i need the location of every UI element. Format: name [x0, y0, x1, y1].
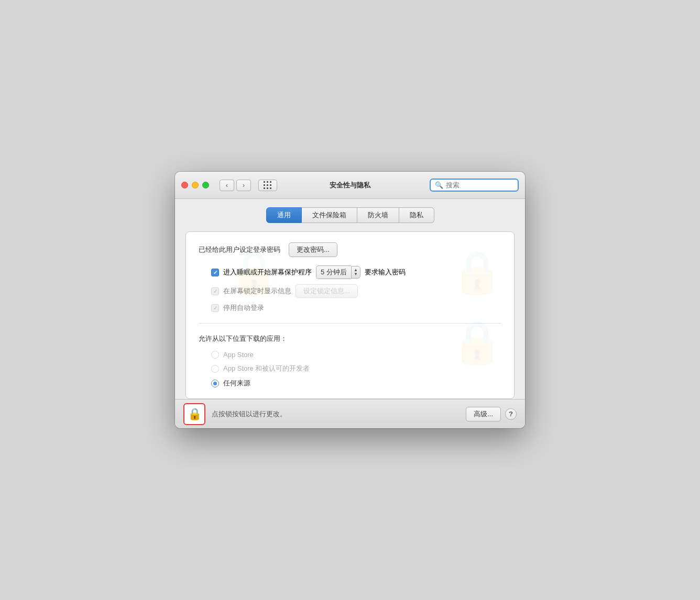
main-content: 通用 文件保险箱 防火墙 隐私 🔒 🔒 🔒 已经给此用户设定登录密码 更改密码.…	[175, 199, 525, 399]
radio-appstore[interactable]	[211, 351, 219, 359]
radio-anywhere-label: 任何来源	[223, 379, 250, 388]
radio-appstore-dev[interactable]	[211, 365, 219, 373]
search-icon: 🔍	[435, 181, 443, 189]
show-message-label: 在屏幕锁定时显示信息	[223, 286, 291, 296]
tab-firewall[interactable]: 防火墙	[357, 207, 399, 223]
change-password-button[interactable]: 更改密码...	[289, 242, 337, 257]
sleep-checkbox-row: 进入睡眠或开始屏幕保护程序 5 分钟后 ▲ ▼ 要求输入密码	[211, 265, 501, 279]
lock-icon: 🔒	[188, 408, 202, 420]
window-title: 安全性与隐私	[330, 181, 370, 190]
radio-appstore-label: App Store	[223, 351, 254, 359]
bottom-bar: 🔒 点按锁按钮以进行更改。 高级... ?	[175, 399, 525, 428]
show-message-checkbox[interactable]	[211, 287, 219, 295]
radio-options: App Store App Store 和被认可的开发者 任何来源	[211, 351, 501, 388]
password-label: 已经给此用户设定登录密码	[199, 245, 280, 254]
auto-login-label: 停用自动登录	[223, 303, 264, 313]
advanced-button[interactable]: 高级...	[466, 407, 501, 421]
nav-buttons: ‹ ›	[220, 180, 251, 191]
auto-login-checkbox[interactable]	[211, 304, 219, 312]
maximize-button[interactable]	[202, 182, 209, 188]
search-box: 🔍	[430, 179, 519, 192]
sleep-label: 进入睡眠或开始屏幕保护程序	[223, 268, 312, 277]
lock-status-text: 点按锁按钮以进行更改。	[212, 409, 460, 419]
lock-button[interactable]: 🔒	[183, 403, 205, 425]
tab-privacy[interactable]: 隐私	[399, 207, 434, 223]
minimize-button[interactable]	[192, 182, 199, 188]
grid-button[interactable]	[258, 180, 277, 191]
sleep-checkbox[interactable]	[211, 269, 219, 276]
password-section: 已经给此用户设定登录密码 更改密码... 进入睡眠或开始屏幕保护程序 5 分钟后…	[199, 242, 501, 313]
back-button[interactable]: ‹	[220, 180, 234, 191]
download-section: 允许从以下位置下载的应用： App Store App Store 和被认可的开…	[199, 334, 501, 388]
help-button[interactable]: ?	[505, 408, 517, 420]
close-button[interactable]	[181, 182, 188, 188]
tab-general[interactable]: 通用	[266, 207, 302, 223]
bottom-right-actions: 高级... ?	[466, 407, 517, 421]
radio-appstore-dev-label: App Store 和被认可的开发者	[223, 364, 310, 373]
titlebar: ‹ › 安全性与隐私 🔍	[175, 172, 525, 199]
down-arrow-icon: ▼	[354, 272, 358, 276]
grid-icon	[264, 181, 272, 190]
tab-filevault[interactable]: 文件保险箱	[302, 207, 357, 223]
radio-anywhere-row: 任何来源	[211, 379, 501, 388]
tabs-bar: 通用 文件保险箱 防火墙 隐私	[185, 207, 515, 223]
dropdown-container: 5 分钟后 ▲ ▼	[316, 265, 360, 279]
radio-appstore-row: App Store	[211, 351, 501, 359]
password-row: 已经给此用户设定登录密码 更改密码...	[199, 242, 501, 257]
section-divider	[199, 323, 501, 324]
settings-panel: 🔒 🔒 🔒 已经给此用户设定登录密码 更改密码... 进入睡眠或开始屏幕保护程序	[185, 231, 515, 399]
auto-login-row: 停用自动登录	[211, 303, 501, 313]
radio-appstore-dev-row: App Store 和被认可的开发者	[211, 364, 501, 373]
dropdown-arrows[interactable]: ▲ ▼	[351, 266, 360, 279]
traffic-lights	[181, 182, 209, 188]
show-message-row: 在屏幕锁定时显示信息 设定锁定信息...	[211, 284, 501, 298]
main-window: ‹ › 安全性与隐私 🔍 通用 文件保险箱 防火墙 隐私 🔒	[175, 172, 525, 428]
search-input[interactable]	[446, 181, 513, 189]
set-lock-info-button[interactable]: 设定锁定信息...	[296, 284, 358, 298]
forward-button[interactable]: ›	[236, 180, 251, 191]
download-title: 允许从以下位置下载的应用：	[199, 334, 501, 343]
checkbox-section: 进入睡眠或开始屏幕保护程序 5 分钟后 ▲ ▼ 要求输入密码	[211, 265, 501, 313]
dropdown-value: 5 分钟后	[316, 265, 351, 279]
radio-anywhere[interactable]	[211, 380, 219, 387]
require-password-label: 要求输入密码	[365, 268, 406, 277]
